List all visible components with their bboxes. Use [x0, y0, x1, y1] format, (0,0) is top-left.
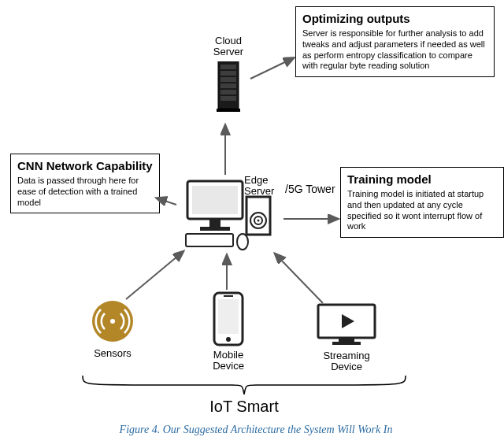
svg-point-22	[226, 337, 231, 342]
streaming-device-node: Streaming Device	[311, 302, 382, 373]
callout-training: Training model Training model is initiat…	[340, 167, 504, 238]
streaming-icon	[315, 302, 378, 347]
sensors-node: Sensors	[85, 299, 140, 359]
figure-caption: Figure 4. Our Suggested Architecture the…	[75, 424, 437, 436]
svg-rect-1	[220, 65, 236, 69]
architecture-diagram: Cloud Server	[0, 0, 504, 437]
cloud-server-node: Cloud Server	[201, 35, 256, 117]
server-rack-icon	[213, 61, 244, 117]
svg-rect-3	[220, 77, 236, 82]
edge-server-label: Edge Server	[244, 175, 284, 198]
callout-optimizing-title: Optimizing outputs	[302, 12, 487, 25]
callout-cnn: CNN Network Capability Data is passed th…	[10, 154, 160, 213]
svg-rect-7	[217, 109, 240, 112]
svg-rect-23	[224, 295, 233, 297]
callout-cnn-title: CNN Network Capability	[17, 159, 153, 172]
iot-group-label: IoT Smart	[181, 398, 307, 415]
edge-5g-annotation: /5G Tower	[285, 183, 335, 195]
svg-rect-6	[220, 96, 236, 101]
svg-line-29	[250, 58, 293, 79]
svg-rect-11	[200, 227, 230, 231]
svg-rect-21	[218, 299, 239, 334]
callout-optimizing: Optimizing outputs Server is responsible…	[295, 6, 495, 77]
mobile-device-node: Mobile Device	[201, 291, 256, 372]
sensor-icon	[91, 299, 135, 343]
svg-rect-5	[220, 90, 236, 94]
cloud-server-label: Cloud Server	[201, 35, 256, 58]
svg-rect-10	[209, 219, 220, 227]
callout-optimizing-body: Server is responsible for further analys…	[302, 28, 487, 72]
svg-rect-26	[339, 338, 354, 342]
svg-line-34	[276, 254, 323, 303]
svg-rect-4	[220, 83, 236, 88]
callout-training-body: Training model is initiated at startup a…	[347, 189, 497, 232]
svg-rect-27	[332, 342, 361, 345]
svg-point-17	[237, 234, 248, 250]
streaming-label: Streaming Device	[311, 350, 382, 373]
svg-rect-16	[186, 234, 233, 246]
svg-line-32	[126, 252, 183, 299]
mobile-icon	[211, 291, 246, 346]
callout-cnn-body: Data is passed through here for ease of …	[17, 176, 153, 208]
svg-point-15	[258, 220, 260, 222]
callout-training-title: Training model	[347, 172, 497, 186]
svg-rect-2	[220, 71, 236, 76]
mobile-label: Mobile Device	[201, 350, 256, 372]
sensors-label: Sensors	[85, 348, 140, 359]
svg-point-19	[110, 319, 115, 324]
svg-rect-9	[192, 186, 238, 214]
